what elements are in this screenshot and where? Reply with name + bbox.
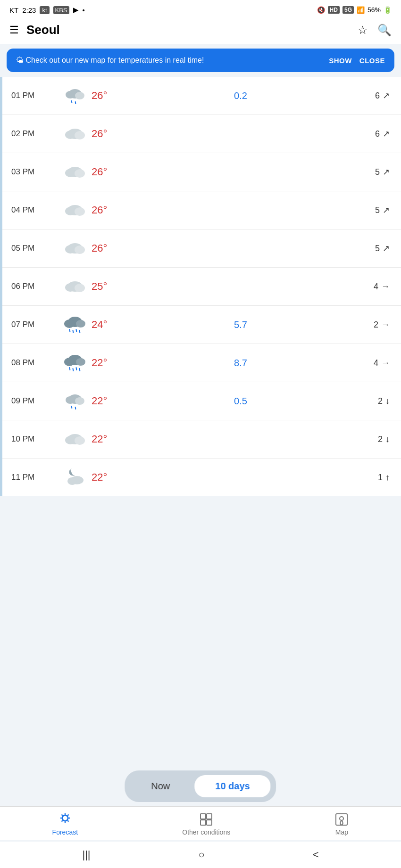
- forecast-wind: 4 →: [343, 282, 390, 292]
- svg-rect-33: [79, 368, 80, 371]
- svg-point-13: [75, 207, 85, 216]
- banner-close-button[interactable]: CLOSE: [359, 57, 385, 65]
- nav-item-map[interactable]: Map: [334, 812, 349, 836]
- android-nav-bar: ||| ○ <: [0, 842, 401, 868]
- forecast-wind: 5 ↗: [343, 243, 390, 254]
- forecast-icon: [58, 391, 92, 411]
- header-left: ☰ Seoul: [9, 23, 60, 37]
- menu-button[interactable]: ☰: [9, 24, 19, 36]
- forecast-icon: [58, 429, 92, 450]
- other-nav-icon: [199, 812, 213, 827]
- svg-rect-30: [69, 367, 70, 370]
- svg-rect-26: [79, 330, 80, 333]
- wind-direction-icon: ↗: [383, 129, 390, 139]
- banner-emoji: 🌤: [16, 56, 24, 64]
- svg-rect-4: [75, 101, 76, 104]
- 10days-button[interactable]: 10 days: [194, 775, 270, 797]
- forecast-row[interactable]: 08 PM 22° 8.7 4 →: [0, 344, 401, 382]
- forecast-row[interactable]: 07 PM 24° 5.7 2 →: [0, 306, 401, 344]
- favorite-button[interactable]: ☆: [358, 24, 368, 37]
- forecast-row[interactable]: 06 PM 25° 4 →: [0, 268, 401, 306]
- forecast-row[interactable]: 09 PM 22° 0.5 2 ↓: [0, 382, 401, 420]
- forecast-time: 09 PM: [11, 396, 58, 406]
- svg-rect-32: [75, 367, 77, 370]
- svg-point-35: [66, 396, 75, 404]
- svg-rect-57: [336, 814, 347, 825]
- forecast-temp: 26°: [92, 242, 139, 254]
- forecast-temp: 22°: [92, 433, 139, 445]
- forecast-time: 11 PM: [11, 473, 58, 482]
- svg-line-52: [61, 820, 62, 821]
- svg-point-21: [64, 319, 75, 328]
- forecast-icon: [58, 123, 92, 144]
- other-nav-label: Other conditions: [182, 828, 230, 836]
- battery-icon: 🔋: [384, 6, 392, 14]
- svg-point-43: [67, 477, 77, 485]
- banner-show-button[interactable]: SHOW: [329, 57, 352, 65]
- svg-rect-24: [72, 330, 74, 333]
- forecast-row[interactable]: 04 PM 26° 5 ↗: [0, 191, 401, 229]
- wind-direction-icon: →: [381, 358, 390, 368]
- city-name: Seoul: [26, 23, 60, 37]
- nav-item-other[interactable]: Other conditions: [182, 812, 230, 836]
- forecast-wind: 2 →: [343, 320, 390, 330]
- carrier: KT: [9, 6, 18, 14]
- svg-point-40: [65, 436, 75, 444]
- svg-point-15: [65, 245, 75, 254]
- header-right: ☆ 🔍: [358, 24, 392, 37]
- forecast-row[interactable]: 01 PM 26° 0.2 6 ↗: [0, 77, 401, 115]
- wind-direction-icon: ↗: [383, 205, 390, 215]
- forecast-icon: [58, 238, 92, 259]
- header: ☰ Seoul ☆ 🔍: [0, 18, 401, 44]
- svg-rect-38: [75, 407, 76, 409]
- forecast-precip: 5.7: [139, 319, 343, 330]
- play-icon: ▶: [73, 6, 79, 14]
- forecast-icon: [58, 200, 92, 221]
- svg-point-28: [64, 358, 75, 366]
- forecast-time: 06 PM: [11, 282, 58, 291]
- forecast-icon: [58, 352, 92, 373]
- svg-rect-53: [200, 814, 206, 819]
- now-button[interactable]: Now: [130, 775, 191, 797]
- nav-item-forecast[interactable]: Forecast: [52, 812, 78, 836]
- forecast-row[interactable]: 02 PM 26° 6 ↗: [0, 115, 401, 153]
- forecast-wind: 2 ↓: [343, 396, 390, 406]
- forecast-icon: [58, 276, 92, 297]
- kbs-icon: KBS: [53, 6, 69, 14]
- forecast-row[interactable]: 11 PM 22° 1 ↑: [0, 459, 401, 496]
- svg-point-12: [65, 207, 75, 215]
- map-nav-label: Map: [335, 828, 348, 836]
- wind-direction-icon: ↗: [383, 90, 390, 101]
- forecast-wind: 2 ↓: [343, 434, 390, 444]
- svg-point-7: [75, 131, 85, 139]
- svg-point-19: [75, 284, 85, 292]
- dot-icon: •: [83, 6, 85, 14]
- forecast-icon: [58, 467, 92, 488]
- forecast-row[interactable]: 10 PM 22° 2 ↓: [0, 420, 401, 459]
- battery: 56%: [368, 6, 381, 14]
- forecast-time: 04 PM: [11, 205, 58, 215]
- forecast-time: 08 PM: [11, 358, 58, 368]
- svg-point-2: [75, 92, 84, 99]
- recent-apps-button[interactable]: |||: [82, 849, 90, 861]
- forecast-temp: 22°: [92, 471, 139, 483]
- home-button[interactable]: ○: [198, 849, 204, 861]
- svg-rect-56: [207, 820, 212, 825]
- forecast-wind: 1 ↑: [343, 473, 390, 483]
- svg-point-41: [75, 436, 85, 445]
- wind-direction-icon: ↓: [385, 396, 390, 406]
- back-button[interactable]: <: [313, 849, 319, 861]
- time-selector: Now 10 days: [125, 770, 276, 802]
- forecast-row[interactable]: 03 PM 26° 5 ↗: [0, 153, 401, 191]
- svg-rect-54: [207, 814, 212, 819]
- forecast-time: 03 PM: [11, 167, 58, 177]
- svg-point-36: [75, 397, 84, 405]
- svg-point-16: [75, 246, 85, 254]
- forecast-temp: 26°: [92, 128, 139, 140]
- forecast-icon: [58, 85, 92, 106]
- forecast-table: 01 PM 26° 0.2 6 ↗ 02 PM 26° 6 ↗ 03 PM: [0, 77, 401, 496]
- forecast-row[interactable]: 05 PM 26° 5 ↗: [0, 229, 401, 268]
- forecast-temp: 26°: [92, 204, 139, 216]
- banner-actions: SHOW CLOSE: [329, 57, 385, 65]
- search-button[interactable]: 🔍: [377, 24, 392, 37]
